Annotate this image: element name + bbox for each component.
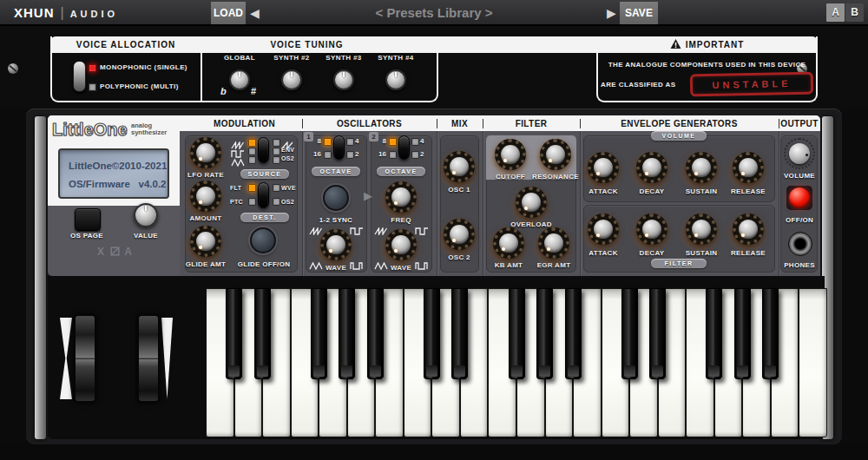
tri-wave-icon: [374, 258, 388, 266]
osc2-octave-16: 16: [372, 150, 386, 158]
tuning-knob-1[interactable]: [229, 69, 250, 90]
black-key[interactable]: [424, 288, 440, 379]
phones-label: PHONES: [773, 261, 825, 269]
tuning-knob-3[interactable]: [333, 69, 354, 90]
eg-filter-release-knob[interactable]: [733, 214, 764, 245]
osc1-wave-knob[interactable]: [320, 229, 352, 260]
mix-osc1-knob[interactable]: [444, 151, 475, 182]
save-button[interactable]: SAVE: [620, 2, 658, 24]
egr-amt-label: EGR AMT: [528, 261, 580, 269]
sync-button[interactable]: [323, 185, 349, 211]
load-button[interactable]: LOAD: [211, 2, 246, 24]
eg-volume-release-knob[interactable]: [733, 152, 764, 183]
eg-filter-sustain-knob[interactable]: [686, 214, 717, 245]
black-key[interactable]: [451, 288, 468, 379]
black-key[interactable]: [565, 288, 582, 379]
eg-volume-sustain-knob[interactable]: [686, 152, 717, 183]
glide-off-on-button[interactable]: [250, 227, 276, 253]
os-page-button[interactable]: [75, 208, 101, 231]
dest-switch[interactable]: [258, 182, 269, 208]
ramp-wave-icon: [281, 137, 295, 145]
overload-knob[interactable]: [516, 187, 547, 218]
freq-knob[interactable]: [385, 181, 417, 213]
source-switch[interactable]: [258, 137, 269, 163]
output-volume-knob[interactable]: [784, 138, 815, 169]
black-key[interactable]: [254, 288, 271, 379]
black-key[interactable]: [339, 288, 355, 379]
tuning-knob-label: SYNTH #4: [370, 54, 422, 62]
glide-amt-knob[interactable]: [190, 226, 221, 257]
saw-wave-icon: [309, 223, 323, 231]
square-wave-icon: [350, 223, 364, 231]
eg-filter-decay-knob[interactable]: [636, 214, 667, 245]
cutoff-knob[interactable]: [495, 139, 526, 170]
black-key[interactable]: [762, 288, 779, 379]
source-led: [248, 139, 256, 147]
osc2-octave-switch[interactable]: [398, 135, 410, 160]
lfo-rate-knob[interactable]: [190, 137, 221, 168]
amount-label: AMOUNT: [180, 214, 232, 222]
product-logo: LittleOne: [52, 120, 128, 140]
kb-amt-knob[interactable]: [493, 227, 524, 259]
value-knob[interactable]: [134, 203, 158, 227]
source-led: [248, 156, 256, 164]
prev-preset-icon[interactable]: ◀: [250, 0, 260, 26]
header-mix: MIX: [437, 115, 483, 131]
osc2-wave-knob[interactable]: [385, 229, 417, 260]
egr-amt-knob[interactable]: [538, 227, 569, 259]
black-key[interactable]: [509, 288, 525, 379]
preset-name[interactable]: < Presets Library >: [304, 0, 564, 26]
triangle-wave-icon: [231, 154, 245, 162]
dest-ptc-label: PTC: [230, 199, 243, 205]
brand-xhun: XHUN: [14, 5, 55, 20]
tuning-knob-2[interactable]: [281, 69, 302, 90]
mono-led: [89, 64, 96, 72]
eg-volume-decay-knob[interactable]: [636, 152, 667, 183]
black-key[interactable]: [734, 288, 751, 379]
header-filter: FILTER: [483, 115, 580, 131]
tuning-knob-label: SYNTH #2: [266, 54, 318, 62]
black-key[interactable]: [706, 288, 722, 379]
mix-osc1-label: OSC 1: [433, 186, 485, 194]
pulse-wave-icon: [415, 258, 429, 266]
pitch-wheel[interactable]: [74, 314, 96, 403]
warning-triangle-icon: [670, 39, 681, 49]
next-preset-icon[interactable]: ▶: [607, 0, 616, 26]
osc2-octave-led: [389, 151, 397, 159]
resonance-label: RESONANCE: [526, 173, 585, 181]
eg-volume-attack-knob[interactable]: [588, 152, 619, 183]
tuning-knob-4[interactable]: [385, 69, 406, 90]
black-key[interactable]: [367, 288, 384, 379]
phones-jack[interactable]: [788, 232, 812, 256]
osc2-octave-led: [389, 138, 397, 146]
vendor-logo: XHUN|AUDIO: [14, 0, 118, 26]
black-key[interactable]: [621, 288, 638, 379]
amount-knob[interactable]: [190, 181, 221, 212]
poly-label: POLYPHONIC (MULTI): [100, 82, 179, 90]
voice-mode-slider[interactable]: [73, 61, 86, 92]
important-line2: ARE CLASSIFIED AS: [601, 81, 676, 89]
eg-filter-sustain-label: SUSTAIN: [675, 249, 727, 257]
pulse-wave-icon: [350, 258, 364, 266]
screw-icon: [8, 63, 18, 74]
osc1-octave-led: [346, 151, 354, 159]
dest-os2-label: OS2: [281, 199, 294, 205]
dest-led: [273, 198, 280, 206]
eg-filter-attack-knob[interactable]: [588, 214, 619, 245]
xa-square-icon: [110, 246, 120, 256]
flat-symbol: b: [220, 86, 227, 96]
black-key[interactable]: [536, 288, 553, 379]
black-key[interactable]: [311, 288, 327, 379]
black-key[interactable]: [226, 288, 242, 379]
preset-slot-b-button[interactable]: B: [845, 3, 864, 22]
resonance-knob[interactable]: [540, 139, 571, 170]
mix-osc2-knob[interactable]: [444, 219, 475, 250]
osc1-octave-4: 4: [355, 137, 365, 145]
mod-wheel[interactable]: [137, 314, 160, 403]
important-line1: THE ANALOGUE COMPONENTS USED IN THIS DEV…: [599, 61, 815, 69]
preset-slot-a-button[interactable]: A: [826, 3, 845, 22]
black-key[interactable]: [649, 288, 666, 379]
white-key[interactable]: [799, 288, 827, 437]
off-on-button[interactable]: [786, 186, 812, 210]
osc1-octave-switch[interactable]: [333, 135, 345, 160]
